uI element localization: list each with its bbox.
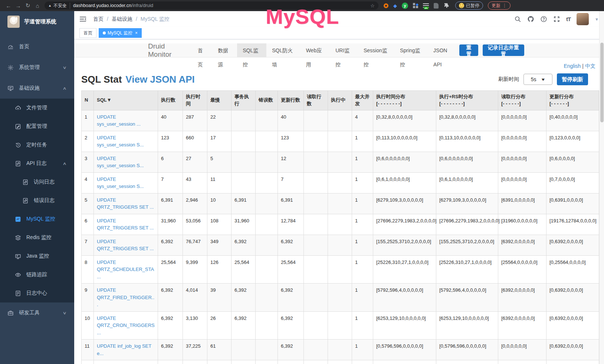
browser-back-icon[interactable]: ← — [4, 3, 13, 9]
sidebar-item-研发工具[interactable]: 研发工具∨ — [0, 302, 74, 323]
sql-link[interactable]: UPDATE sys_user_session ... — [97, 114, 141, 127]
browser-home-icon[interactable]: ⌂ — [33, 3, 42, 9]
sidebar-toggle-icon[interactable] — [79, 16, 86, 22]
extension-ring-icon[interactable] — [384, 3, 388, 8]
extension-list-icon[interactable]: on — [423, 3, 429, 8]
profile-paused-pill[interactable]: 已暂停 — [455, 1, 483, 10]
browser-update-pill[interactable]: 更新 ⋮ — [488, 1, 511, 10]
refresh-interval-select[interactable]: 5s ▼ — [523, 74, 552, 85]
sql-link[interactable]: UPDATE QRTZ_TRIGGERS SET ... — [97, 197, 154, 210]
lang-chinese-link[interactable]: 中文 — [585, 63, 595, 69]
browser-reload-icon[interactable]: ↻ — [23, 2, 33, 9]
log-and-reset-button[interactable]: 记录日志并重置 — [483, 44, 524, 56]
sidebar-item-mysql-监控[interactable]: MySQL 监控 — [0, 210, 74, 228]
breadcrumb-item[interactable]: 首页 — [93, 16, 104, 22]
col-header: 更新行数 — [278, 91, 304, 110]
view-json-api-link[interactable]: View JSON API — [125, 74, 194, 85]
sql-link[interactable]: UPDATE sys_user_session S... — [97, 135, 144, 148]
col-header: 错误数 — [256, 91, 278, 110]
extensions-puzzle-icon[interactable] — [443, 2, 450, 9]
druid-brand[interactable]: Druid Monitor — [143, 42, 192, 59]
sidebar-item-基础设施[interactable]: 基础设施∧ — [0, 78, 74, 99]
druid-nav-session监控[interactable]: Session监控 — [358, 43, 394, 57]
druid-nav-sql防火墙[interactable]: SQL防火墙 — [266, 43, 300, 57]
druid-nav-json-api[interactable]: JSON API — [428, 43, 459, 57]
browser-menu-icon[interactable]: ⋮ — [502, 3, 507, 8]
sql-link[interactable]: UPDATE QRTZ_TRIGGERS SET ... — [97, 218, 154, 231]
address-bar[interactable]: ▲ 不安全 dashboard.yudao.iocoder.cn/infra/d… — [45, 1, 378, 10]
sidebar-item-redis-监控[interactable]: Redis 监控 — [0, 228, 74, 247]
table-row: 7UPDATE QRTZ_TRIGGERS SET ...6,39276,747… — [82, 235, 599, 255]
app-logo-row[interactable]: 芋道管理系统 — [0, 11, 74, 32]
table-row: 1UPDATE sys_user_session ...4028722404[0… — [82, 110, 599, 131]
stat-cell: 108 — [207, 214, 232, 235]
druid-nav-sql监控[interactable]: SQL监控 — [237, 43, 266, 57]
druid-nav-数据源[interactable]: 数据源 — [212, 43, 237, 57]
extension-grid-icon[interactable]: ◆ — [413, 3, 418, 8]
col-header: 最慢 — [207, 91, 232, 110]
browser-forward-icon[interactable]: → — [13, 3, 23, 9]
extension-misc-icon[interactable] — [434, 3, 439, 9]
sql-link[interactable]: UPDATE QRTZ_SCHEDULER_STA... — [97, 259, 154, 279]
sidebar-item-链路追踪[interactable]: 链路追踪 — [0, 265, 74, 284]
github-icon[interactable] — [527, 16, 534, 23]
sidebar-item-文件管理[interactable]: 文件管理 — [0, 99, 74, 117]
user-menu-caret-icon[interactable]: ▼ — [595, 17, 599, 21]
stat-cell — [328, 311, 352, 340]
sidebar-item-日志中心[interactable]: 日志中心 — [0, 284, 74, 302]
stat-cell — [278, 360, 304, 364]
sidebar-item-系统管理[interactable]: 系统管理∨ — [0, 57, 74, 78]
lang-english-link[interactable]: English — [564, 63, 581, 69]
page-scrollbar[interactable] — [599, 11, 604, 364]
col-header: 执行时间分布[- - - - - - - -] — [373, 91, 436, 110]
sidebar-item-定时任务[interactable]: 定时任务 — [0, 136, 74, 154]
help-icon[interactable] — [540, 16, 547, 23]
sql-link[interactable]: UPDATE sys_user_session S... — [97, 176, 144, 189]
druid-nav-spring监控[interactable]: Spring监控 — [394, 43, 428, 57]
stat-cell: 12 — [82, 360, 94, 364]
stat-cell: 2,946 — [183, 193, 207, 214]
druid-nav-uri监控[interactable]: URI监控 — [330, 43, 358, 57]
tag-mysql-监控[interactable]: MySQL 监控× — [99, 28, 142, 38]
sidebar-item-api-日志[interactable]: API 日志∧ — [0, 154, 74, 173]
search-icon[interactable] — [514, 16, 521, 23]
sql-link[interactable]: UPDATE QRTZ_TRIGGERS SET ... — [97, 239, 154, 252]
stat-cell: 43 — [183, 172, 207, 193]
fullscreen-icon[interactable] — [553, 16, 560, 23]
druid-nav-首页[interactable]: 首页 — [192, 43, 213, 57]
sql-link[interactable]: UPDATE inf_job_log SET e... — [97, 343, 151, 356]
stat-cell: 6,392 — [278, 340, 304, 360]
tag-close-icon[interactable]: × — [135, 29, 138, 37]
sidebar-item-java-监控[interactable]: Java 监控 — [0, 247, 74, 265]
druid-nav-web应用[interactable]: Web应用 — [301, 43, 330, 57]
font-size-icon[interactable]: tT — [566, 16, 571, 22]
stat-cell: [0,6392,0,0,0,0] — [546, 284, 599, 312]
stat-cell — [256, 284, 278, 312]
sql-link[interactable]: UPDATE sys_user_session S... — [97, 156, 144, 169]
sidebar-item-首页[interactable]: 首页 — [0, 36, 74, 57]
sidebar-item-label: 错误日志 — [34, 197, 55, 204]
extension-gem-icon[interactable]: ◆ — [393, 3, 397, 9]
bookmark-star-icon[interactable]: ☆ — [370, 3, 375, 9]
scrollbar-thumb[interactable] — [600, 43, 604, 122]
sidebar-item-访问日志[interactable]: 访问日志 — [0, 173, 74, 191]
col-header-buckets: [- - - - - - - -] — [439, 101, 465, 106]
sql-link[interactable]: UPDATE QRTZ_FIRED_TRIGGER... — [97, 287, 154, 307]
breadcrumb-item[interactable]: 基础设施 — [112, 16, 132, 22]
stat-cell — [256, 193, 278, 214]
extension-y-icon[interactable]: y — [402, 3, 408, 9]
mysql-monitor-icon — [15, 216, 21, 222]
sql-link[interactable]: UPDATE QRTZ_CRON_TRIGGERS... — [97, 315, 155, 335]
sidebar-item-错误日志[interactable]: 错误日志 — [0, 191, 74, 210]
tag-首页[interactable]: 首页 — [79, 28, 96, 38]
pause-refresh-button[interactable]: 暂停刷新 — [557, 73, 588, 85]
sidebar-item-label: 研发工具 — [19, 310, 40, 316]
col-header[interactable]: SQL▼ — [94, 91, 158, 110]
stat-cell: [27696,2279,1983,2,0,0,0,0] — [436, 214, 498, 235]
stat-cell — [304, 193, 328, 214]
security-label[interactable]: 不安全 — [53, 3, 70, 9]
sidebar-item-配置管理[interactable]: 配置管理 — [0, 117, 74, 136]
stat-cell: [6392,0,0,0,0,0] — [498, 311, 546, 340]
user-avatar[interactable] — [577, 13, 589, 25]
reset-button[interactable]: 重置 — [459, 44, 478, 56]
